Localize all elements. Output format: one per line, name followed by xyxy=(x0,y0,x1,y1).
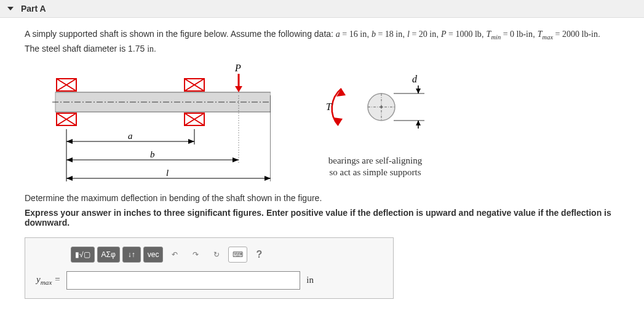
eq-Tmax: = 2000 xyxy=(553,30,581,39)
svg-marker-19 xyxy=(66,139,73,144)
svg-marker-29 xyxy=(264,176,271,181)
keyboard-button[interactable]: ⌨ xyxy=(228,247,247,263)
svg-marker-20 xyxy=(188,139,194,144)
templates-button[interactable]: ▮√▢ xyxy=(71,247,95,263)
shaft-diagram: P a b l xyxy=(37,61,271,184)
figure-row: P a b l T xyxy=(37,61,619,184)
caret-down-icon xyxy=(7,7,14,10)
eq-a: = 16 xyxy=(340,30,360,39)
section-view: T d bearings are self-aligning so act as… xyxy=(308,67,443,179)
vector-button[interactable]: vec xyxy=(143,247,164,263)
part-header[interactable]: Part A xyxy=(0,0,644,18)
answer-input[interactable] xyxy=(66,271,300,290)
content-area: A simply supported shaft is shown in the… xyxy=(0,18,644,309)
label-l: l xyxy=(166,168,169,178)
answer-variable: ymax = xyxy=(36,274,60,286)
var-Tmax: Tmax xyxy=(538,30,553,39)
var-Tmin: Tmin xyxy=(487,30,501,39)
eq-Tmin: = 0 xyxy=(501,30,516,39)
reset-button[interactable]: ↻ xyxy=(207,247,226,263)
subscript-button[interactable]: ↓↑ xyxy=(122,247,141,263)
var-P: P xyxy=(441,30,447,39)
svg-marker-39 xyxy=(416,89,421,93)
caption-line2: so act as simple supports xyxy=(308,167,443,179)
unit-a: in xyxy=(360,30,367,39)
part-title: Part A xyxy=(21,4,46,14)
redo-button[interactable]: ↷ xyxy=(186,247,205,263)
unit-Tmin: lb-in xyxy=(517,30,533,39)
label-P: P xyxy=(234,63,241,73)
label-d: d xyxy=(412,74,418,84)
diameter-end: . xyxy=(154,44,156,53)
unit-P: lb xyxy=(475,30,482,39)
answer-box: ▮√▢ ΑΣφ ↓↑ vec ↶ ↷ ↻ ⌨ ? ymax = in xyxy=(25,237,394,299)
undo-button[interactable]: ↶ xyxy=(165,247,184,263)
label-b: b xyxy=(150,149,155,159)
svg-marker-24 xyxy=(66,157,73,162)
intro-text: A simply supported shaft is shown in the… xyxy=(25,29,336,39)
label-a: a xyxy=(128,131,133,141)
unit-Tmax: lb-in xyxy=(582,30,598,39)
greek-button[interactable]: ΑΣφ xyxy=(97,247,120,263)
unit-b: in xyxy=(396,30,402,39)
diameter-text: The steel shaft diameter is 1.75 xyxy=(25,44,147,53)
var-a: a xyxy=(336,30,340,39)
help-button[interactable]: ? xyxy=(250,247,268,263)
svg-marker-41 xyxy=(416,121,421,125)
diameter-unit: in xyxy=(147,44,154,53)
answer-unit: in xyxy=(306,275,314,285)
svg-marker-17 xyxy=(235,86,242,92)
question-text: Determine the maximum deflection in bend… xyxy=(25,193,619,203)
cross-section-diagram: T d xyxy=(308,67,443,153)
var-b: b xyxy=(372,30,376,39)
equation-toolbar: ▮√▢ ΑΣφ ↓↑ vec ↶ ↷ ↻ ⌨ ? xyxy=(71,247,382,263)
figure-caption: bearings are self-aligning so act as sim… xyxy=(308,155,443,179)
unit-l: in xyxy=(429,30,436,39)
problem-statement: A simply supported shaft is shown in the… xyxy=(25,28,619,55)
answer-row: ymax = in xyxy=(36,271,382,290)
instruction-text: Express your answer in inches to three s… xyxy=(25,208,619,228)
eq-b: = 18 xyxy=(376,30,396,39)
label-T: T xyxy=(326,101,332,112)
eq-l: = 20 xyxy=(410,30,429,39)
svg-marker-28 xyxy=(66,176,73,181)
caption-line1: bearings are self-aligning xyxy=(308,155,443,167)
eq-P: = 1000 xyxy=(447,30,475,39)
svg-marker-25 xyxy=(233,157,239,162)
